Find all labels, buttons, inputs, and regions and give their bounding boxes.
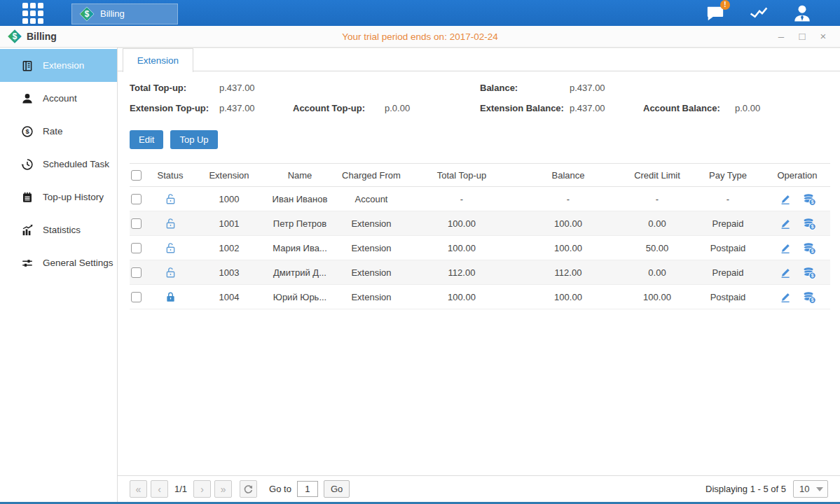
cell-charged-from: Extension bbox=[333, 260, 410, 285]
column-header-extension: Extension bbox=[191, 164, 267, 187]
cell-name: Мария Ива... bbox=[267, 236, 333, 260]
minimize-button[interactable]: – bbox=[774, 30, 788, 43]
edit-row-icon[interactable] bbox=[779, 266, 792, 279]
next-page-button[interactable]: › bbox=[193, 480, 211, 498]
table-row: 1000 Иван Иванов Account - - - - bbox=[130, 187, 830, 211]
sidebar-item-topup-history[interactable]: Top-up History bbox=[0, 181, 117, 214]
displaying-text: Displaying 1 - 5 of 5 bbox=[705, 484, 786, 494]
extension-balance-value: p.437.00 bbox=[570, 103, 643, 113]
column-header-operation: Operation bbox=[764, 164, 830, 187]
row-checkbox[interactable] bbox=[131, 292, 142, 302]
row-checkbox[interactable] bbox=[131, 194, 142, 204]
line-chart-icon bbox=[748, 4, 769, 22]
cell-credit-limit: 0.00 bbox=[623, 260, 691, 285]
cell-credit-limit: 100.00 bbox=[623, 285, 691, 309]
page-title: Billing bbox=[27, 31, 57, 42]
topbar-billing-tab[interactable]: Billing bbox=[71, 4, 178, 24]
tab-strip: Extension bbox=[118, 48, 840, 71]
top-up-row-icon[interactable] bbox=[802, 217, 815, 230]
dollar-circle-icon: $ bbox=[21, 125, 34, 138]
apps-menu-icon[interactable] bbox=[21, 1, 45, 25]
goto-label: Go to bbox=[269, 484, 291, 494]
close-button[interactable]: × bbox=[816, 30, 830, 43]
sidebar-item-account[interactable]: Account bbox=[0, 82, 117, 115]
cell-credit-limit: 0.00 bbox=[623, 211, 691, 236]
billing-app-icon bbox=[79, 6, 95, 22]
sidebar-item-scheduled-task[interactable]: Scheduled Task bbox=[0, 148, 117, 181]
user-button[interactable] bbox=[791, 3, 813, 24]
edit-button[interactable]: Edit bbox=[130, 130, 163, 149]
refresh-button[interactable] bbox=[240, 480, 257, 498]
row-checkbox[interactable] bbox=[131, 243, 142, 253]
cell-credit-limit: - bbox=[623, 187, 691, 211]
messages-button[interactable]: ! bbox=[704, 3, 727, 24]
column-header-pay-type: Pay Type bbox=[691, 164, 764, 187]
sidebar-item-rate[interactable]: $ Rate bbox=[0, 115, 117, 148]
top-up-row-icon[interactable] bbox=[802, 290, 815, 304]
sidebar-item-label: Statistics bbox=[43, 225, 81, 235]
top-up-button[interactable]: Top Up bbox=[170, 130, 217, 149]
cell-extension: 1001 bbox=[191, 211, 267, 236]
goto-page-input[interactable] bbox=[297, 481, 318, 497]
topbar-billing-tab-label: Billing bbox=[100, 8, 125, 19]
column-header-name: Name bbox=[267, 164, 333, 187]
top-up-row-icon[interactable] bbox=[802, 192, 815, 206]
row-checkbox[interactable] bbox=[131, 218, 142, 229]
row-checkbox[interactable] bbox=[131, 267, 142, 278]
sidebar-item-label: Extension bbox=[43, 60, 84, 71]
main-panel: Extension Total Top-up: p.437.00 Extensi… bbox=[118, 48, 840, 502]
page-size-select[interactable]: 10 bbox=[793, 480, 828, 498]
first-page-button[interactable]: « bbox=[130, 480, 147, 498]
sidebar-item-statistics[interactable]: Statistics bbox=[0, 214, 117, 246]
edit-row-icon[interactable] bbox=[779, 241, 792, 255]
billing-window: Billing ! Billing Your trial period ends… bbox=[0, 0, 840, 504]
account-balance-value: p.0.00 bbox=[735, 103, 760, 113]
sidebar-item-label: Account bbox=[43, 93, 77, 104]
reports-button[interactable] bbox=[748, 3, 770, 24]
sidebar: Extension Account $ Rate Scheduled Task … bbox=[0, 48, 118, 502]
refresh-icon bbox=[243, 484, 254, 494]
table-header-row: Status Extension Name Charged From Total… bbox=[130, 164, 830, 187]
cell-extension: 1002 bbox=[191, 236, 267, 260]
sidebar-item-label: Rate bbox=[43, 126, 63, 136]
tab-extension[interactable]: Extension bbox=[123, 48, 193, 72]
last-page-button[interactable]: » bbox=[214, 480, 232, 498]
cell-total-topup: - bbox=[410, 187, 514, 211]
edit-row-icon[interactable] bbox=[779, 217, 792, 230]
select-all-checkbox[interactable] bbox=[131, 170, 142, 181]
top-up-row-icon[interactable] bbox=[802, 241, 815, 255]
unlocked-icon bbox=[164, 266, 177, 279]
trial-message: Your trial period ends on: 2017-02-24 bbox=[0, 31, 840, 42]
maximize-button[interactable]: □ bbox=[795, 30, 809, 43]
cell-name: Иван Иванов bbox=[267, 187, 333, 211]
edit-row-icon[interactable] bbox=[779, 290, 792, 304]
summary-section: Total Top-up: p.437.00 Extension Top-up:… bbox=[130, 83, 830, 123]
pagination-bar: « ‹ 1/1 › » Go to Go Displaying 1 - 5 of… bbox=[118, 475, 840, 502]
cell-total-topup: 100.00 bbox=[410, 285, 514, 309]
cell-credit-limit: 50.00 bbox=[623, 236, 691, 260]
tab-extension-label: Extension bbox=[137, 55, 179, 66]
sidebar-item-label: General Settings bbox=[43, 258, 113, 268]
extensions-table: Status Extension Name Charged From Total… bbox=[130, 163, 830, 309]
cell-charged-from: Extension bbox=[333, 236, 410, 260]
account-topup-value: p.0.00 bbox=[385, 103, 410, 113]
page-size-value: 10 bbox=[799, 484, 809, 494]
history-clock-icon bbox=[21, 158, 34, 171]
unlocked-icon bbox=[164, 241, 177, 255]
sidebar-item-general-settings[interactable]: General Settings bbox=[0, 246, 117, 279]
total-topup-value: p.437.00 bbox=[219, 83, 255, 93]
cell-total-topup: 112.00 bbox=[410, 260, 514, 285]
table-row: 1001 Петр Петров Extension 100.00 100.00… bbox=[130, 211, 830, 236]
billing-title-icon bbox=[7, 29, 22, 44]
svg-text:$: $ bbox=[25, 128, 29, 135]
edit-row-icon[interactable] bbox=[779, 192, 792, 206]
cell-pay-type: - bbox=[691, 187, 764, 211]
top-up-row-icon[interactable] bbox=[802, 266, 815, 279]
go-button[interactable]: Go bbox=[324, 480, 350, 498]
notebook-icon bbox=[21, 191, 34, 204]
cell-pay-type: Postpaid bbox=[691, 236, 764, 260]
cell-total-topup: 100.00 bbox=[410, 211, 514, 236]
chevron-down-icon bbox=[816, 487, 823, 491]
sidebar-item-extension[interactable]: Extension bbox=[0, 49, 117, 82]
prev-page-button[interactable]: ‹ bbox=[151, 480, 168, 498]
